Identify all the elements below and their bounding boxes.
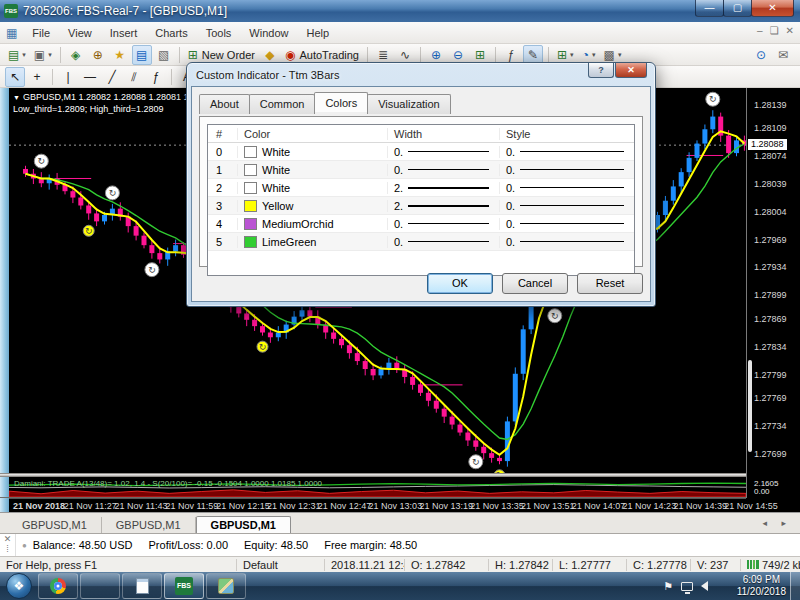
terminal-profit-loss: Profit/Loss: 0.00 (149, 539, 229, 551)
menu-view[interactable]: View (59, 24, 101, 42)
indicator-line-row[interactable]: 1White0.0. (208, 161, 634, 179)
line-index: 3 (208, 200, 238, 212)
data-window-button[interactable]: ▤ (132, 45, 152, 65)
chart-tab-0[interactable]: GBPUSD,M1 (8, 517, 102, 533)
menu-help[interactable]: Help (297, 24, 338, 42)
width-value: 0. (394, 164, 403, 176)
dialog-tab-colors[interactable]: Colors (314, 92, 368, 112)
time-axis-label: 21 Nov 12:15 (216, 501, 270, 511)
crosshair-button[interactable]: + (27, 67, 47, 87)
reset-button[interactable]: Reset (577, 273, 643, 294)
time-axis-label: 21 Nov 14:23 (623, 501, 677, 511)
desktop: FBS 7305206: FBS-Real-7 - [GBPUSD,M1] — … (0, 0, 800, 600)
vertical-line-icon: | (66, 70, 69, 84)
ok-button[interactable]: OK (427, 273, 493, 294)
cancel-button[interactable]: Cancel (502, 273, 568, 294)
horizontal-line-button[interactable]: — (80, 67, 100, 87)
price-axis-label: 1.28109 (754, 123, 787, 133)
equidistant-channel-button[interactable]: ⫽ (124, 67, 144, 87)
window-title: 7305206: FBS-Real-7 - [GBPUSD,M1] (23, 4, 227, 18)
price-axis-scrollbar-thumb[interactable] (748, 360, 752, 452)
maximize-button[interactable]: ▢ (723, 0, 752, 17)
taskbar-app-explorer[interactable] (80, 573, 120, 599)
dialog-close-button[interactable]: ✕ (615, 63, 647, 78)
chart-shift-button[interactable]: ◈ (66, 45, 86, 65)
indicator-values-line: Low_third=1.2809; High_third=1.2809 (13, 104, 164, 114)
price-axis[interactable]: 1.28088 2.1605 0.00 1.281391.281091.2807… (746, 88, 800, 498)
search-button[interactable]: ⊙ (751, 45, 771, 65)
color-name: White (262, 146, 290, 158)
time-axis-label: 21 Nov 14:55 (724, 501, 778, 511)
dialog-tab-visualization[interactable]: Visualization (367, 94, 451, 114)
child-close-button[interactable]: ✕ (786, 25, 794, 36)
fibonacci-button[interactable]: ƒ (146, 67, 166, 87)
indicator-line-row[interactable]: 2White2.0. (208, 179, 634, 197)
toolbar-separator (495, 47, 496, 63)
taskbar-clock[interactable]: 6:09 PM 11/20/2018 (737, 574, 786, 598)
indicator-line-row[interactable]: 5LimeGreen0.0. (208, 233, 634, 251)
child-restore-button[interactable]: ❏ (770, 25, 779, 36)
trendline-button[interactable]: ╱ (102, 67, 122, 87)
volume-icon[interactable] (701, 581, 708, 591)
dialog-tab-about[interactable]: About (199, 94, 250, 114)
data-window-icon: ▤ (136, 48, 147, 62)
line-width-cell: 0. (388, 164, 500, 176)
taskbar-app-chrome[interactable] (38, 573, 78, 599)
start-button[interactable]: ❖ (6, 573, 32, 599)
chat-button[interactable]: ✉ (773, 45, 793, 65)
terminal-close-button[interactable]: ✕ (4, 534, 12, 544)
width-value: 0. (394, 218, 403, 230)
line-chart-icon: ∿ (400, 48, 410, 62)
tab-scroll-arrows[interactable]: ◂ ▸ (762, 518, 792, 528)
cursor-button[interactable]: ↖ (5, 67, 25, 87)
svg-text:↻: ↻ (709, 94, 717, 104)
profiles-icon: ▣ (34, 48, 45, 62)
profiles-button[interactable]: ▣▾ (31, 45, 55, 65)
terminal-grip[interactable]: ⁞ (6, 544, 9, 554)
column-header-width: Width (388, 128, 500, 140)
line-style-cell: 0. (500, 182, 634, 194)
show-desktop-button[interactable] (790, 572, 800, 600)
indicator-line-row[interactable]: 3Yellow2.0. (208, 197, 634, 215)
vertical-line-button[interactable]: | (58, 67, 78, 87)
style-line-sample (520, 241, 624, 242)
menu-insert[interactable]: Insert (101, 24, 147, 42)
taskbar-app-maps[interactable] (206, 573, 246, 599)
menu-window[interactable]: Window (240, 24, 297, 42)
symbol-collapse-icon[interactable]: ▼ (13, 94, 20, 101)
price-axis-label: 1.28139 (754, 100, 787, 110)
price-axis-label: 1.27969 (754, 235, 787, 245)
menu-file[interactable]: File (23, 24, 59, 42)
deposit-icon: ◆ (265, 48, 274, 62)
dialog-help-button[interactable]: ? (588, 63, 614, 78)
line-width-cell: 0. (388, 236, 500, 248)
menu-tools[interactable]: Tools (197, 24, 241, 42)
new-chart-button[interactable]: ▤▾ (5, 45, 29, 65)
favorites-button[interactable]: ★ (110, 45, 130, 65)
damiani-value-2: 0.00 (754, 487, 770, 496)
taskbar-app-fbs[interactable]: FBS (164, 573, 204, 599)
toolbar-separator (60, 47, 61, 63)
svg-text:↻: ↻ (551, 311, 559, 321)
status-item: C: 1.27778 (627, 559, 691, 571)
column-header-index: # (208, 128, 238, 140)
network-icon[interactable] (681, 582, 693, 591)
dialog-tab-common[interactable]: Common (249, 94, 316, 114)
taskbar-app-notepad[interactable] (122, 573, 162, 599)
child-minimize-button[interactable]: – (757, 25, 763, 36)
chart-tab-2[interactable]: GBPUSD,M1 (196, 516, 291, 533)
indicator-line-row[interactable]: 4MediumOrchid0.0. (208, 215, 634, 233)
auto-scroll-button[interactable]: ⊕ (88, 45, 108, 65)
toolbar-separator (420, 47, 421, 63)
dropdown-caret-icon: ▾ (570, 51, 574, 59)
dropdown-caret-icon: ▾ (618, 51, 622, 59)
action-center-icon[interactable]: ⚑ (663, 580, 673, 593)
line-index: 4 (208, 218, 238, 230)
strategy-tester-button[interactable]: ▧ (154, 45, 174, 65)
minimize-button[interactable]: — (695, 0, 724, 17)
close-button[interactable]: ✕ (751, 0, 794, 17)
time-axis[interactable]: 21 Nov 201821 Nov 11:2721 Nov 11:4321 No… (9, 498, 746, 512)
menu-charts[interactable]: Charts (146, 24, 196, 42)
indicator-line-row[interactable]: 0White0.0. (208, 143, 634, 161)
chart-tab-1[interactable]: GBPUSD,M1 (102, 517, 196, 533)
